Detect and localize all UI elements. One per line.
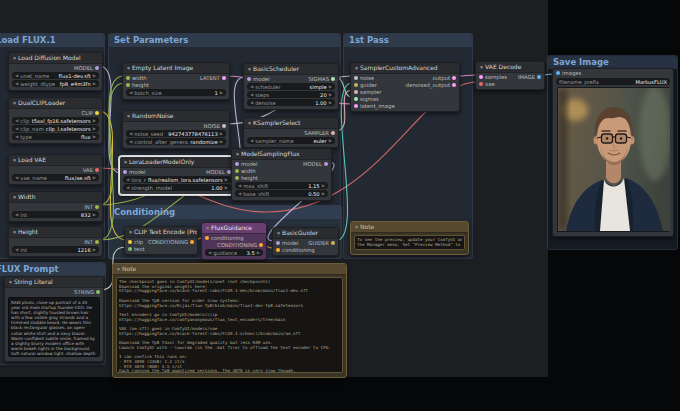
collapse-dot-icon[interactable]: ● <box>127 64 130 72</box>
collapse-dot-icon[interactable]: ● <box>355 64 358 72</box>
node-header[interactable]: ●LoraLoaderModelOnly <box>120 157 234 168</box>
arrow-right-icon[interactable]: ▶ <box>322 191 325 196</box>
arrow-right-icon[interactable]: ▶ <box>93 212 96 217</box>
node-header[interactable]: ●String Literal <box>5 277 103 288</box>
node-model-sampling-flux[interactable]: ●ModelSamplingFlux model MODEL width hei… <box>231 148 332 201</box>
arrow-right-icon[interactable]: ▶ <box>93 247 96 252</box>
node-header[interactable]: ●Empty Latent Image <box>123 63 229 74</box>
node-dual-clip-loader[interactable]: ●DualCLIPLoader CLIP ◀clip_name1t5xxl_fp… <box>8 97 103 144</box>
collapse-dot-icon[interactable]: ● <box>480 63 483 71</box>
arrow-left-icon[interactable]: ◀ <box>129 90 132 95</box>
collapse-dot-icon[interactable]: ● <box>277 229 280 237</box>
node-header[interactable]: ●Width <box>9 192 102 203</box>
output-slot-guider[interactable]: GUIDER <box>308 240 335 246</box>
arrow-left-icon[interactable]: ◀ <box>250 138 253 143</box>
output-slot-model[interactable]: MODEL <box>303 161 328 167</box>
arrow-left-icon[interactable]: ◀ <box>15 118 18 123</box>
slot-dot[interactable] <box>259 243 263 247</box>
arrow-left-icon[interactable]: ◀ <box>238 191 241 196</box>
collapse-dot-icon[interactable]: ● <box>355 223 358 231</box>
node-flux-guidance[interactable]: ●FluxGuidance conditioning CONDITIONING … <box>201 222 267 260</box>
slot-dot[interactable] <box>95 240 99 244</box>
collapse-dot-icon[interactable]: ● <box>248 65 251 73</box>
widget-height-int[interactable]: ◀int1216▶ <box>12 246 99 253</box>
input-slot-latent-image[interactable]: latent_image <box>354 103 395 109</box>
input-slot-model[interactable]: model <box>235 161 258 167</box>
slot-dot[interactable] <box>537 75 541 79</box>
node-width[interactable]: ●Width INT ◀int832▶ <box>8 191 103 222</box>
output-slot-noise[interactable]: NOISE <box>204 123 226 129</box>
node-header[interactable]: ●Load VAE <box>9 155 102 166</box>
node-header[interactable]: ●VAE Decode <box>476 62 544 73</box>
arrow-right-icon[interactable]: ▶ <box>220 90 223 95</box>
input-slot-clip[interactable]: clip <box>128 239 143 245</box>
arrow-left-icon[interactable]: ◀ <box>15 134 18 139</box>
slot-dot[interactable] <box>95 66 99 70</box>
output-slot-conditioning[interactable]: CONDITIONING <box>217 242 263 248</box>
input-slot-sigmas[interactable]: sigmas <box>354 96 379 102</box>
slot-dot[interactable] <box>354 83 358 87</box>
widget-batch-size[interactable]: ◀batch_size1▶ <box>126 89 226 96</box>
widget-sampler-name[interactable]: ◀sampler_nameeuler▶ <box>247 137 335 144</box>
collapse-dot-icon[interactable]: ● <box>13 99 16 107</box>
slot-dot[interactable] <box>95 111 99 115</box>
slot-dot[interactable] <box>331 241 335 245</box>
widget-base-shift[interactable]: ◀base_shift0.50▶ <box>235 190 328 197</box>
collapse-dot-icon[interactable]: ● <box>13 54 16 62</box>
input-slot-width[interactable]: width <box>126 75 147 81</box>
node-header[interactable]: ●Note <box>351 222 468 233</box>
collapse-dot-icon[interactable]: ● <box>236 150 239 158</box>
slot-dot[interactable] <box>276 248 280 252</box>
slot-dot[interactable] <box>354 90 358 94</box>
output-slot-clip[interactable]: CLIP <box>82 110 99 116</box>
slot-dot[interactable] <box>126 83 130 87</box>
widget-max-shift[interactable]: ◀max_shift1.15▶ <box>235 182 328 189</box>
widget-type[interactable]: ◀typeflux▶ <box>12 133 99 140</box>
node-vae-decode[interactable]: ●VAE Decode samples IMAGE vae <box>475 61 545 90</box>
arrow-left-icon[interactable]: ◀ <box>250 92 253 97</box>
widget-vae-name[interactable]: ◀vae_nameflux/ae.sft▶ <box>12 174 99 181</box>
slot-dot[interactable] <box>331 77 335 81</box>
slot-dot[interactable] <box>235 176 239 180</box>
widget-denoise[interactable]: ◀denoise1.00▶ <box>247 99 335 106</box>
input-slot-model[interactable]: model <box>123 169 146 175</box>
arrow-left-icon[interactable]: ◀ <box>208 250 211 255</box>
slot-dot[interactable] <box>556 71 560 75</box>
collapse-dot-icon[interactable]: ● <box>13 156 16 164</box>
slot-dot[interactable] <box>126 76 130 80</box>
node-note-preview[interactable]: ●Note To see the preview, update your Co… <box>350 221 469 255</box>
input-slot-noise[interactable]: noise <box>354 75 374 81</box>
node-header[interactable]: ●SamplerCustomAdvanced <box>351 63 459 74</box>
collapse-dot-icon[interactable]: ● <box>206 224 209 232</box>
widget-guidance[interactable]: ◀guidance3.5▶ <box>205 249 263 256</box>
arrow-left-icon[interactable]: ◀ <box>15 81 18 86</box>
arrow-right-icon[interactable]: ▶ <box>93 134 96 139</box>
widget-steps[interactable]: ◀steps20▶ <box>247 91 335 98</box>
group-title-conditioning[interactable]: Conditioning <box>109 206 341 219</box>
arrow-right-icon[interactable]: ▶ <box>93 175 96 180</box>
arrow-right-icon[interactable]: ▶ <box>329 84 332 89</box>
slot-dot[interactable] <box>324 162 328 166</box>
input-slot-sampler[interactable]: sampler <box>354 89 381 95</box>
arrow-left-icon[interactable]: ◀ <box>129 131 132 136</box>
slot-dot[interactable] <box>479 75 483 79</box>
group-title-load-flux[interactable]: Load FLUX.1 <box>0 34 104 47</box>
slot-dot[interactable] <box>222 76 226 80</box>
widget-lora-name[interactable]: ◀lora_nameflux/realism_lora.safetensors▶ <box>123 176 231 183</box>
slot-dot[interactable] <box>354 76 358 80</box>
input-slot-guider[interactable]: guider <box>354 82 377 88</box>
output-slot-string[interactable]: STRING <box>74 289 100 295</box>
output-slot-latent[interactable]: LATENT <box>200 75 226 81</box>
slot-dot[interactable] <box>452 76 456 80</box>
node-clip-text-encode[interactable]: ●CLIP Text Encode (Prompt) clip CONDITIO… <box>124 226 198 255</box>
arrow-right-icon[interactable]: ▶ <box>329 100 332 105</box>
arrow-left-icon[interactable]: ◀ <box>126 185 129 190</box>
prompt-textarea[interactable]: RAW photo, close-up portrait of a 40 yea… <box>8 297 100 357</box>
collapse-dot-icon[interactable]: ● <box>127 112 130 120</box>
node-note-instructions[interactable]: ●Note The checkpoint goes in ComfyUI/mod… <box>112 263 347 378</box>
node-empty-latent-image[interactable]: ●Empty Latent Image width LATENT height … <box>122 62 230 100</box>
collapse-dot-icon[interactable]: ● <box>117 265 120 273</box>
arrow-right-icon[interactable]: ▶ <box>93 126 96 131</box>
output-slot-int[interactable]: INT <box>84 239 99 245</box>
arrow-right-icon[interactable]: ▶ <box>329 92 332 97</box>
